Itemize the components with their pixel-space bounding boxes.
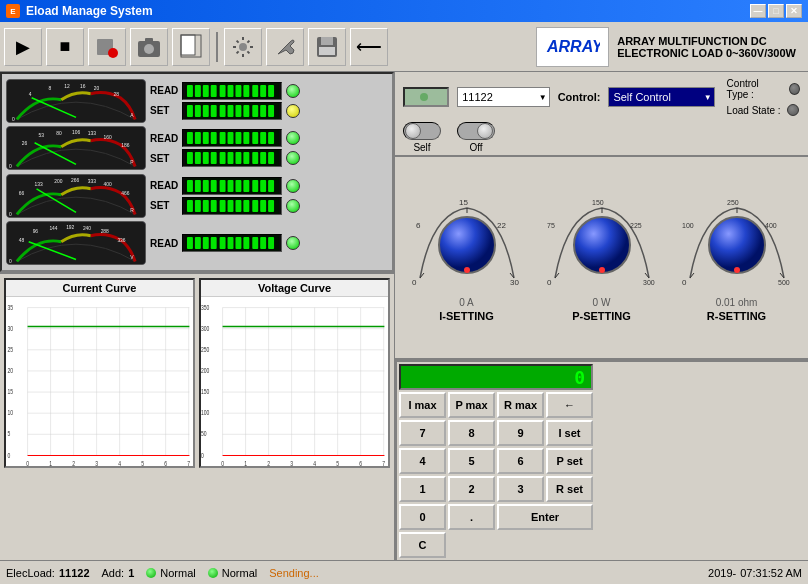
- save-button[interactable]: [308, 28, 346, 66]
- svg-rect-39: [220, 105, 226, 117]
- svg-rect-79: [260, 152, 266, 164]
- svg-rect-131: [211, 237, 217, 249]
- knob-i-dial-area: 0 6 15 22 30: [412, 193, 522, 293]
- wrench-button[interactable]: [266, 28, 304, 66]
- 0-button[interactable]: 0: [399, 504, 446, 530]
- svg-rect-94: [195, 180, 201, 192]
- svg-text:144: 144: [49, 226, 57, 231]
- title-controls: — □ ✕: [750, 4, 802, 18]
- gauge-v: 0 48 96 144 192 240 288 336 V: [6, 221, 146, 265]
- meter-row-p: 0 26 53 80 106 133 160 186 P READ: [6, 126, 388, 172]
- svg-text:35: 35: [7, 303, 13, 311]
- enter-button[interactable]: Enter: [497, 504, 593, 530]
- knob-r-label: R-SETTING: [707, 310, 766, 322]
- minimize-button[interactable]: —: [750, 4, 766, 18]
- 4-button[interactable]: 4: [399, 448, 446, 474]
- rset-button[interactable]: R set: [546, 476, 593, 502]
- dot-button[interactable]: .: [448, 504, 495, 530]
- svg-rect-60: [203, 132, 209, 144]
- brand-line1: ARRAY MULTIFUNCTION DC: [617, 35, 767, 47]
- self-control-dropdown[interactable]: Self Control ▼: [608, 87, 714, 107]
- 9-button[interactable]: 9: [497, 420, 544, 446]
- svg-rect-66: [252, 132, 258, 144]
- svg-point-237: [709, 217, 765, 273]
- self-toggle[interactable]: [403, 122, 441, 140]
- svg-rect-115: [268, 200, 274, 212]
- svg-rect-108: [211, 200, 217, 212]
- svg-text:0: 0: [682, 278, 687, 287]
- 5-button[interactable]: 5: [448, 448, 495, 474]
- svg-text:10: 10: [7, 408, 13, 416]
- record-button[interactable]: [88, 28, 126, 66]
- svg-text:192: 192: [66, 225, 74, 230]
- stop-button[interactable]: ■: [46, 28, 84, 66]
- svg-rect-99: [235, 180, 241, 192]
- svg-rect-31: [252, 85, 258, 97]
- svg-text:100: 100: [201, 408, 210, 416]
- sending-status: Sending...: [269, 567, 319, 579]
- svg-rect-114: [260, 200, 266, 212]
- svg-text:300: 300: [643, 279, 655, 286]
- settings-button[interactable]: [224, 28, 262, 66]
- svg-text:0: 0: [201, 451, 204, 459]
- display-read-a: READ: [150, 82, 300, 100]
- svg-point-3: [144, 44, 154, 54]
- display-read-p: READ: [150, 129, 300, 147]
- off-toggle[interactable]: [457, 122, 495, 140]
- svg-text:200: 200: [201, 366, 210, 374]
- title-text: Eload Manage System: [26, 4, 153, 18]
- main-content: 0 4 8 12 16 20 28 A READ: [0, 72, 808, 560]
- imax-button[interactable]: I max: [399, 392, 446, 418]
- svg-rect-30: [243, 85, 249, 97]
- svg-rect-110: [228, 200, 234, 212]
- led-indicator-read-a: [286, 84, 300, 98]
- 6-button[interactable]: 6: [497, 448, 544, 474]
- 7-button[interactable]: 7: [399, 420, 446, 446]
- svg-text:186: 186: [121, 143, 129, 148]
- pmax-button[interactable]: P max: [448, 392, 495, 418]
- clear-button[interactable]: C: [399, 532, 446, 558]
- svg-text:0: 0: [12, 117, 15, 122]
- svg-rect-41: [235, 105, 241, 117]
- channel-dropdown[interactable]: 11122 ▼: [457, 87, 549, 107]
- 1-button[interactable]: 1: [399, 476, 446, 502]
- close-button[interactable]: ✕: [786, 4, 802, 18]
- numpad-grid: I max P max R max ← 7 8 9 I set 4 5 6 P …: [399, 392, 593, 558]
- backspace-button[interactable]: ←: [546, 392, 593, 418]
- iset-button[interactable]: I set: [546, 420, 593, 446]
- svg-text:66: 66: [19, 190, 25, 195]
- maximize-button[interactable]: □: [768, 4, 784, 18]
- knob-i-svg: 0 6 15 22 30: [412, 193, 522, 293]
- led-read-a: [182, 82, 282, 100]
- 8-button[interactable]: 8: [448, 420, 495, 446]
- svg-rect-29: [235, 85, 241, 97]
- svg-text:300: 300: [201, 324, 210, 332]
- rmax-button[interactable]: R max: [497, 392, 544, 418]
- pset-button[interactable]: P set: [546, 448, 593, 474]
- normal1-led: [146, 568, 156, 578]
- svg-text:22: 22: [497, 221, 506, 230]
- play-button[interactable]: ▶: [4, 28, 42, 66]
- knob-section: 0 6 15 22 30: [395, 157, 808, 360]
- svg-rect-70: [187, 152, 193, 164]
- svg-text:20: 20: [7, 366, 13, 374]
- file-button[interactable]: [172, 28, 210, 66]
- led-indicator-set-a: [286, 104, 300, 118]
- svg-text:26: 26: [22, 141, 28, 146]
- svg-text:200: 200: [54, 179, 62, 184]
- bottom-panel-left: Current Curve: [0, 272, 394, 472]
- svg-rect-5: [181, 35, 195, 55]
- off-toggle-group: Off: [457, 122, 495, 153]
- knob-p-setting: 0 75 150 225 300: [547, 193, 657, 322]
- knob-r-svg: 0 100 250 400 500: [682, 193, 792, 293]
- camera-button[interactable]: [130, 28, 168, 66]
- normal1-status: Normal: [146, 567, 195, 579]
- svg-rect-97: [220, 180, 226, 192]
- 3-button[interactable]: 3: [497, 476, 544, 502]
- gauge-a: 0 4 8 12 16 20 28 A: [6, 79, 146, 123]
- back-button[interactable]: ⟵: [350, 28, 388, 66]
- meter-row-a: 0 4 8 12 16 20 28 A READ: [6, 78, 388, 124]
- svg-rect-78: [252, 152, 258, 164]
- 2-button[interactable]: 2: [448, 476, 495, 502]
- svg-text:48: 48: [19, 238, 25, 243]
